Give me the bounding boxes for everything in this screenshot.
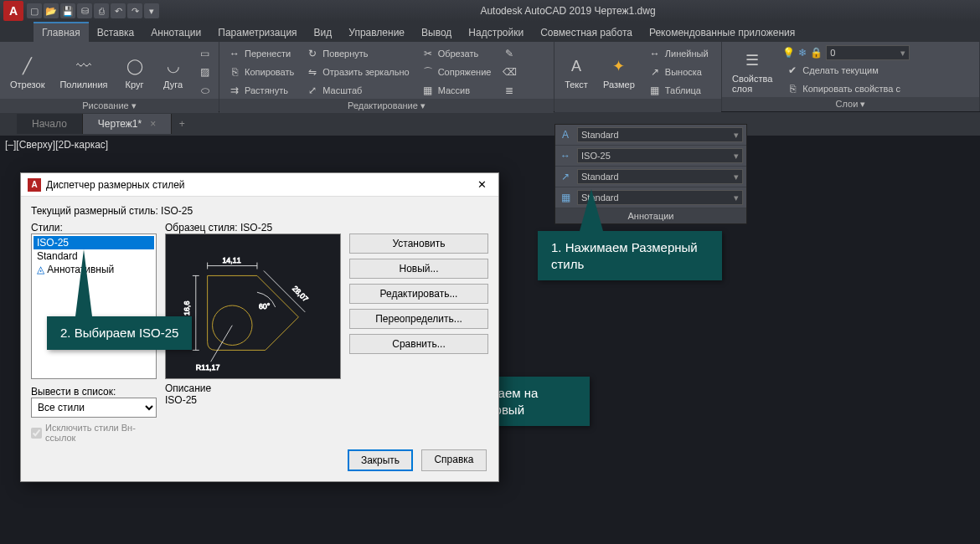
layer-combo[interactable]: 0 [826,45,910,60]
cmd-circle[interactable]: ◯Круг [118,53,152,91]
cmd-copy[interactable]: ⎘Копировать [224,64,297,80]
view-controls-label[interactable]: [–][Сверху][2D-каркас] [5,139,108,151]
cmd-misc2[interactable]: ▨ [195,64,215,80]
cmd-ext3[interactable]: ≣ [499,82,519,99]
panel-draw: ╱Отрезок 〰Полилиния ◯Круг ◡Дуга ▭ ▨ ⬭ Ри… [0,42,219,111]
hatch-icon: ▨ [199,65,212,79]
desc-label: Описание [165,382,341,394]
leaderstyle-combo[interactable]: Standard [577,169,743,184]
qat-more-icon[interactable]: ▾ [144,3,159,18]
panel-layers-title[interactable]: Слои ▾ [722,97,979,111]
tab-view[interactable]: Вид [306,23,341,42]
leaderstyle-icon[interactable]: ↗ [559,170,572,183]
qat-open-icon[interactable]: 📂 [44,3,59,18]
tab-featured[interactable]: Рекомендованные приложения [641,23,803,42]
cmd-dim[interactable]: ✦Размер [598,53,640,91]
tab-home[interactable]: Главная [34,22,89,42]
list-filter-select[interactable]: Все стили [31,398,157,418]
tab-collab[interactable]: Совместная работа [532,23,641,42]
cmd-stretch[interactable]: ⇉Растянуть [224,82,297,99]
tab-annotate[interactable]: Аннотации [142,23,209,42]
qat-saveall-icon[interactable]: ⛁ [77,3,92,18]
lock-icon[interactable]: 🔒 [810,47,823,59]
anno-dimstyle-row: ↔ ISO-25 [555,146,746,167]
qat-save-icon[interactable]: 💾 [60,3,75,18]
cmd-rotate[interactable]: ↻Повернуть [302,45,412,62]
tablestyle-icon[interactable]: ▦ [559,191,572,204]
dim-angle: 60° [259,302,271,310]
freeze-icon[interactable]: ❄ [798,47,807,59]
tab-close-icon[interactable]: × [150,118,156,130]
qat-redo-icon[interactable]: ↷ [127,3,142,18]
polyline-icon: 〰 [72,54,95,78]
app-logo[interactable]: A [3,1,23,21]
tab-manage[interactable]: Управление [340,23,413,42]
cmd-ext2[interactable]: ⌫ [499,64,519,80]
trim-icon: ✂ [421,47,435,60]
tab-start[interactable]: Начало [17,114,83,134]
panel-layers: ☰Свойства слоя 💡 ❄ 🔒 0 ✔Сделать текущим … [722,42,980,111]
cmd-misc3[interactable]: ⬭ [195,82,215,99]
qat-new-icon[interactable]: ▢ [27,3,42,18]
btn-modify[interactable]: Редактировать... [349,284,488,304]
tab-addins[interactable]: Надстройки [460,23,532,42]
table-icon: ▦ [648,84,662,97]
cmd-array[interactable]: ▦Массив [418,82,495,99]
tab-add[interactable]: + [172,118,192,130]
tab-drawing1[interactable]: Чертеж1*× [83,114,172,134]
cmd-polyline[interactable]: 〰Полилиния [54,53,112,91]
cmd-move[interactable]: ↔Перенести [224,45,297,62]
style-item-standard[interactable]: Standard [34,249,154,263]
cmd-trim[interactable]: ✂Обрезать [418,45,495,62]
cmd-layerprops[interactable]: ☰Свойства слоя [727,47,777,95]
tab-insert[interactable]: Вставка [89,23,143,42]
style-item-annotative[interactable]: ◬ Аннотативный [34,263,154,276]
style-item-iso25[interactable]: ISO-25 [34,236,154,249]
panel-draw-title[interactable]: Рисование ▾ [0,99,219,113]
quick-access-toolbar: ▢ 📂 💾 ⛁ ⎙ ↶ ↷ ▾ [27,3,159,18]
cmd-leader[interactable]: ↗Выноска [645,64,712,80]
cmd-matchprops[interactable]: ⎘Копировать свойства с [782,80,974,97]
cmd-makecur[interactable]: ✔Сделать текущим [782,62,974,79]
btn-close[interactable]: Закрыть [348,449,413,471]
tab-parametric[interactable]: Параметризация [209,23,305,42]
dimstyle-combo[interactable]: ISO-25 [577,148,743,163]
btn-override[interactable]: Переопределить... [349,309,488,329]
svg-line-8 [211,326,233,362]
textstyle-combo[interactable]: Standard [577,127,743,142]
cmd-fillet[interactable]: ⌒Сопряжение [418,64,495,80]
bulb-icon[interactable]: 💡 [782,47,795,59]
panel-anno-title[interactable] [554,99,721,112]
list-filter-label: Вывести в список: [31,386,157,398]
btn-new[interactable]: Новый... [349,259,488,279]
cmd-ext1[interactable]: ✎ [499,45,519,62]
qat-undo-icon[interactable]: ↶ [111,3,126,18]
dialog-titlebar[interactable]: A Диспетчер размерных стилей ✕ [21,173,498,197]
rotate-icon: ↻ [306,47,319,60]
btn-help[interactable]: Справка [421,449,487,471]
ext3-icon: ≣ [503,84,516,97]
dimstyle-icon[interactable]: ↔ [559,149,572,162]
btn-set-current[interactable]: Установить [349,234,488,254]
dialog-close-icon[interactable]: ✕ [472,178,492,191]
cmd-linear[interactable]: ↔Линейный [645,45,712,62]
preview-label: Образец стиля: ISO-25 [165,222,341,234]
xref-checkbox[interactable]: Исключить стили Вн-ссылок [31,423,157,443]
btn-compare[interactable]: Сравнить... [349,334,488,354]
circle-icon: ◯ [123,54,147,78]
panel-modify-title[interactable]: Редактирование ▾ [219,99,554,113]
cmd-text[interactable]: AТекст [560,53,593,91]
cmd-scale[interactable]: ⤢Масштаб [302,82,412,99]
cmd-line[interactable]: ╱Отрезок [5,53,49,91]
cmd-arc[interactable]: ◡Дуга [157,53,190,91]
textstyle-icon[interactable]: A [559,128,572,141]
match-icon: ⎘ [786,82,799,95]
text-icon: A [565,54,588,78]
qat-plot-icon[interactable]: ⎙ [94,3,109,18]
cmd-mirror[interactable]: ⇋Отразить зеркально [302,64,412,80]
fillet-icon: ⌒ [421,65,435,79]
cmd-misc1[interactable]: ▭ [195,45,215,62]
tab-output[interactable]: Вывод [413,23,460,42]
cmd-table[interactable]: ▦Таблица [645,82,712,99]
styles-listbox[interactable]: ISO-25 Standard ◬ Аннотативный [31,234,157,379]
